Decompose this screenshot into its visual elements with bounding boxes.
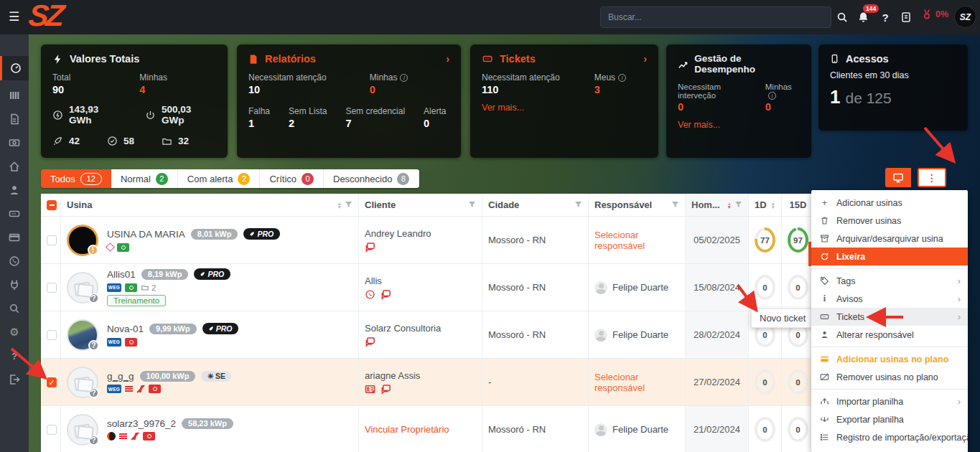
search-icon[interactable]: [834, 9, 851, 26]
cliente-name[interactable]: Andrey Leandro: [365, 228, 431, 239]
sidebar-item-configuracoes[interactable]: ⚙: [0, 321, 29, 343]
menu-item-partial[interactable]: [811, 446, 968, 452]
help-icon[interactable]: ?: [877, 9, 894, 26]
ring-15d[interactable]: 0: [788, 275, 808, 300]
sidebar-item-ajuda[interactable]: ?: [0, 345, 29, 367]
sidebar-item-whatsapp[interactable]: [0, 250, 29, 272]
usina-avatar[interactable]: !: [67, 225, 98, 256]
grid-view-button[interactable]: [885, 168, 911, 187]
col-header-cliente[interactable]: Cliente: [365, 199, 396, 210]
row-checkbox-checked[interactable]: ✓: [47, 377, 57, 387]
filter-tab-normal[interactable]: Normal 2: [111, 169, 178, 188]
filter-tab-todos[interactable]: Todos 12: [41, 169, 111, 188]
menu-item-avisos[interactable]: iAvisos›: [811, 290, 968, 308]
col-header-homologacao[interactable]: Hom...: [691, 199, 720, 210]
sort-icons[interactable]: ▲▼: [727, 202, 732, 209]
filter-tab-critico[interactable]: Crítico 0: [260, 169, 324, 188]
filter-funnel-icon[interactable]: [671, 201, 679, 209]
select-all-checkbox[interactable]: [47, 200, 57, 210]
usina-name[interactable]: USINA DA MARIA: [107, 229, 185, 240]
row-checkbox[interactable]: [47, 235, 57, 245]
card-gestao-desempenho[interactable]: Gestão de Desempenho Necessitam interveç…: [666, 44, 811, 158]
user-avatar[interactable]: SZ: [954, 6, 976, 28]
vincular-proprietario-link[interactable]: Vincular Proprietário: [365, 424, 449, 435]
col-header-responsavel[interactable]: Responsável: [594, 199, 652, 210]
menu-item-remover-plano[interactable]: Remover usinas no plano: [811, 368, 968, 386]
chevron-right-icon[interactable]: ›: [643, 53, 647, 65]
sidebar-item-usinas[interactable]: [0, 85, 29, 106]
filter-funnel-icon[interactable]: [574, 201, 582, 209]
usina-name[interactable]: Allis01: [107, 269, 136, 280]
filter-funnel-icon[interactable]: [345, 201, 353, 209]
sidebar-item-dashboard[interactable]: [0, 56, 29, 80]
ver-mais-link[interactable]: Ver mais...: [482, 103, 647, 113]
selecionar-responsavel-link[interactable]: Selecionar responsável: [594, 230, 679, 251]
sort-icons[interactable]: ▲▼: [771, 202, 775, 209]
menu-item-remover-usinas[interactable]: Remover usinas: [811, 212, 968, 230]
card-relatorios[interactable]: Relatórios › Necessitam atenção 10 Minha…: [237, 44, 461, 158]
usina-avatar-placeholder[interactable]: ?: [67, 414, 98, 446]
id-card-icon[interactable]: [365, 384, 375, 395]
cliente-name[interactable]: Allis: [365, 276, 382, 286]
chat-icon[interactable]: [381, 289, 391, 300]
ring-1d[interactable]: 0: [755, 417, 775, 442]
menu-item-lixeira[interactable]: Lixeira: [811, 248, 968, 265]
cliente-name[interactable]: Solarz Consultoria: [365, 323, 441, 334]
more-actions-button[interactable]: ⋮: [918, 168, 946, 187]
col-header-cidade[interactable]: Cidade: [488, 199, 519, 210]
responsavel-name[interactable]: Felipe Duarte: [612, 424, 668, 435]
ring-15d[interactable]: 97: [788, 227, 808, 253]
ring-1d[interactable]: 77: [755, 227, 775, 253]
ring-15d[interactable]: 0: [788, 369, 808, 395]
cliente-name[interactable]: ariagne Assis: [365, 370, 420, 381]
menu-item-registro-importacao[interactable]: Registro de importação/exportação: [811, 428, 968, 446]
filter-tab-desconhecido[interactable]: Desconhecido 8: [324, 169, 419, 188]
usina-avatar-placeholder[interactable]: ?: [67, 272, 98, 303]
filter-funnel-icon[interactable]: [468, 201, 476, 209]
changelog-icon[interactable]: [897, 9, 915, 26]
usina-name[interactable]: solarz3_9976_2: [107, 418, 176, 429]
solarz-logo[interactable]: SZ: [27, 0, 63, 33]
ring-15d[interactable]: 0: [788, 417, 808, 442]
menu-item-importar-planilha[interactable]: Importar planilha›: [811, 392, 968, 410]
sidebar-item-busca[interactable]: [0, 298, 29, 319]
novo-ticket-tooltip[interactable]: Novo ticket: [751, 309, 814, 328]
sort-icons[interactable]: ▲▼: [337, 202, 342, 209]
menu-item-arquivar-usina[interactable]: Arquivar/desarquivar usina: [811, 230, 968, 248]
sidebar-item-financeiro[interactable]: [0, 132, 29, 154]
menu-item-exportar-planilha[interactable]: Exportar planilha: [811, 410, 968, 428]
ring-1d[interactable]: 0: [755, 275, 775, 300]
usina-avatar-placeholder[interactable]: ?: [67, 367, 98, 398]
sidebar-item-home[interactable]: [0, 156, 29, 177]
menu-item-alterar-responsavel[interactable]: Alterar responsável: [811, 326, 968, 344]
menu-item-tags[interactable]: Tags›: [811, 272, 968, 290]
chat-icon[interactable]: [381, 384, 391, 395]
hamburger-menu-icon[interactable]: ☰: [9, 9, 19, 24]
whatsapp-icon[interactable]: [365, 289, 375, 300]
search-input[interactable]: [600, 6, 831, 28]
responsavel-name[interactable]: Felipe Duarte: [612, 282, 668, 293]
col-header-15d[interactable]: 15D: [790, 199, 807, 210]
row-checkbox[interactable]: [47, 425, 57, 435]
usina-avatar-photo[interactable]: ?: [67, 319, 98, 351]
notifications-bell-icon[interactable]: 144: [854, 9, 872, 26]
chat-icon[interactable]: [365, 336, 375, 347]
usina-name[interactable]: g_g_g: [107, 371, 134, 382]
sidebar-item-relatorios[interactable]: [0, 108, 29, 130]
row-checkbox[interactable]: [47, 283, 57, 293]
responsavel-name[interactable]: Felipe Duarte: [612, 329, 668, 340]
menu-item-adicionar-plano[interactable]: Adicionar usinas no plano: [811, 350, 968, 368]
card-tickets[interactable]: Tickets › Necessitam atenção 110 Meusi 3…: [470, 44, 658, 158]
menu-item-adicionar-usinas[interactable]: +Adicionar usinas: [811, 194, 968, 212]
sidebar-item-tickets[interactable]: [0, 203, 29, 225]
sidebar-item-planos[interactable]: [0, 227, 29, 248]
ring-1d[interactable]: 0: [755, 369, 775, 395]
col-header-usina[interactable]: Usina: [67, 199, 92, 210]
gamification-medal[interactable]: 0%: [921, 9, 948, 20]
sidebar-item-integracoes[interactable]: [0, 274, 29, 296]
sidebar-item-clientes[interactable]: [0, 179, 29, 201]
usina-name[interactable]: Nova-01: [107, 324, 144, 334]
filter-funnel-icon[interactable]: [734, 201, 742, 209]
sidebar-item-logout[interactable]: [0, 369, 29, 390]
chevron-right-icon[interactable]: ›: [446, 53, 449, 65]
